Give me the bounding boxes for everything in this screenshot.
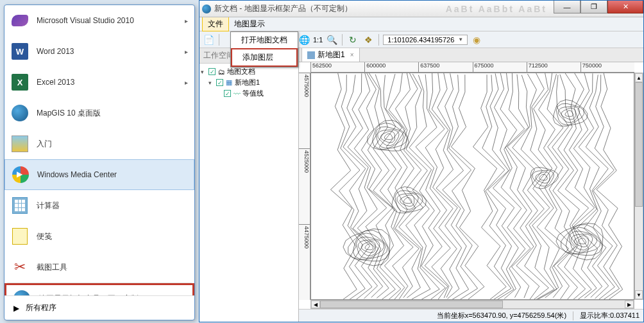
start-item-8[interactable]: ✂截图工具 [4, 252, 194, 283]
tree-root-label: 地图文档 [227, 67, 255, 76]
checkbox-icon[interactable]: ✓ [224, 90, 231, 97]
contour-lines [311, 73, 634, 299]
tree-map[interactable]: ▾ ✓ ▦ 新地图1 [201, 77, 297, 88]
scroll-right-icon[interactable]: ▶ [625, 301, 634, 308]
scissors-icon: ✂ [11, 258, 29, 276]
ruler-vertical: 457500045250004475000 [299, 73, 310, 300]
start-item-label: 截图工具 [37, 262, 67, 273]
tree-layer[interactable]: ✓ 〰 等值线 [201, 88, 297, 99]
minimize-button[interactable]: — [554, 1, 580, 13]
start-item-label: Microsoft Visual Studio 2010 [37, 16, 134, 25]
start-item-1[interactable]: WWord 2013▸ [4, 36, 194, 67]
start-item-label: Excel 2013 [37, 78, 74, 87]
close-tab-icon[interactable]: × [350, 51, 354, 58]
add-layer-item[interactable]: 添加图层 [231, 48, 298, 67]
scroll-thumb[interactable] [635, 82, 643, 207]
contour-icon: 〰 [232, 90, 241, 98]
scroll-up-icon[interactable]: ▲ [635, 73, 643, 82]
checkbox-icon[interactable]: ✓ [208, 68, 216, 75]
excel-icon: X [11, 73, 29, 91]
ruler-tick: 4525000 [299, 148, 310, 224]
separator [342, 34, 343, 46]
refresh-button[interactable]: ↻ [346, 33, 359, 46]
collapse-icon[interactable]: ▾ [208, 80, 215, 86]
map-icon: ▦ [225, 79, 233, 87]
doc-tab-label: 新地图1 [318, 49, 345, 60]
zoom-button[interactable]: 🔍 [325, 33, 338, 46]
start-item-9[interactable]: 地图显示框架产品（不可定制） [4, 283, 194, 295]
separator [378, 34, 379, 46]
ruler-tick: 712500 [527, 62, 580, 72]
horizontal-scrollbar[interactable]: ◀ ▶ [310, 300, 634, 309]
ruler-tick: 4575000 [299, 73, 310, 148]
start-item-4[interactable]: 入门 [4, 128, 194, 159]
globe-icon [11, 104, 29, 122]
collapse-icon[interactable]: ▾ [201, 69, 207, 75]
start-item-label: 入门 [37, 139, 52, 150]
chevron-right-icon: ▸ [185, 48, 188, 55]
open-map-doc-item[interactable]: 打开地图文档 [231, 32, 298, 48]
maximize-button[interactable]: ❐ [580, 1, 607, 13]
ruler-tick: 562500 [310, 62, 364, 72]
scroll-left-icon[interactable]: ◀ [311, 301, 320, 308]
status-scale: 显示比率:0.037411 [580, 311, 640, 320]
start-item-0[interactable]: Microsoft Visual Studio 2010▸ [4, 5, 194, 36]
open-file-button[interactable]: 📄 [202, 33, 215, 46]
layers-button[interactable]: ❖ [362, 33, 375, 46]
ruler-tick: 675000 [473, 62, 527, 72]
separator [219, 34, 219, 46]
vs-icon [11, 12, 29, 30]
map-icon [307, 51, 315, 59]
scale-value: 1:101026.434195726 [387, 36, 454, 44]
document-tabs: 新地图1 × [299, 48, 643, 62]
apply-scale-button[interactable]: ◉ [470, 33, 483, 46]
close-button[interactable]: ✕ [607, 1, 643, 13]
all-programs[interactable]: ▶ 所有程序 [4, 295, 194, 320]
start-item-label: 地图显示框架产品（不可定制） [38, 293, 146, 296]
note-icon [11, 227, 29, 245]
scroll-down-icon[interactable]: ▼ [635, 290, 643, 299]
layer-tree: ▾ ✓ 🗂 地图文档 ▾ ✓ ▦ 新地图1 ✓ 〰 等值线 [199, 64, 298, 322]
file-dropdown: 打开地图文档 添加图层 [230, 31, 298, 67]
scale-dropdown[interactable]: 1:101026.434195726 ▼ [383, 35, 468, 45]
wmc-icon [12, 166, 30, 184]
start-item-label: MapGIS 10 桌面版 [37, 108, 101, 119]
menu-bar: 文件 地图显示 [199, 17, 643, 31]
document-icon: 🗂 [217, 68, 226, 76]
calc-icon [11, 196, 29, 214]
start-item-label: 计算器 [37, 200, 60, 211]
checkbox-icon[interactable]: ✓ [216, 79, 223, 86]
all-programs-label: 所有程序 [26, 302, 56, 313]
start-item-7[interactable]: 便笺 [4, 221, 194, 252]
tree-layer-label: 等值线 [242, 89, 264, 98]
title-bar: 新文档 - 地图显示框架产品（不可定制） AaBt AaBbt AaBt — ❐… [199, 1, 643, 17]
start-item-5[interactable]: Windows Media Center [4, 159, 194, 190]
start-item-2[interactable]: XExcel 2013▸ [4, 67, 194, 98]
vertical-scrollbar[interactable]: ▲ ▼ [634, 73, 643, 300]
globe-icon [13, 290, 31, 295]
start-item-3[interactable]: MapGIS 10 桌面版 [4, 98, 194, 128]
doc-tab-newmap[interactable]: 新地图1 × [301, 48, 360, 62]
zoom-world-button[interactable]: 🌐 [298, 33, 310, 46]
menu-view[interactable]: 地图显示 [229, 17, 270, 31]
start-item-label: Windows Media Center [37, 170, 117, 179]
menu-file[interactable]: 文件 [202, 17, 229, 31]
workspace-pane: 工作空间 ▾ ✓ 🗂 地图文档 ▾ ✓ ▦ 新地图1 ✓ 〰 [199, 48, 299, 322]
start-item-label: 便笺 [37, 231, 52, 242]
start-item-6[interactable]: 计算器 [4, 190, 194, 221]
separator [573, 311, 573, 320]
start-item-label: Word 2013 [37, 47, 74, 56]
ruler-tick: 4475000 [299, 224, 310, 300]
map-canvas[interactable] [310, 73, 634, 300]
map-pane: 新地图1 × 562500600000637500675000712500750… [299, 48, 643, 322]
ruler-tick: 750000 [580, 62, 634, 72]
word-icon: W [11, 42, 29, 60]
chevron-down-icon: ▼ [458, 37, 463, 42]
tree-root[interactable]: ▾ ✓ 🗂 地图文档 [201, 66, 297, 77]
status-bar: 当前坐标x=563470.90, y=4756259.54(米) 显示比率:0.… [299, 309, 643, 322]
status-coords: 当前坐标x=563470.90, y=4756259.54(米) [437, 311, 566, 320]
chevron-right-icon: ▸ [185, 79, 188, 86]
gis-app-window: 新文档 - 地图显示框架产品（不可定制） AaBt AaBbt AaBt — ❐… [199, 0, 644, 322]
scroll-thumb[interactable] [320, 301, 503, 308]
arrow-right-icon: ▶ [13, 304, 19, 313]
